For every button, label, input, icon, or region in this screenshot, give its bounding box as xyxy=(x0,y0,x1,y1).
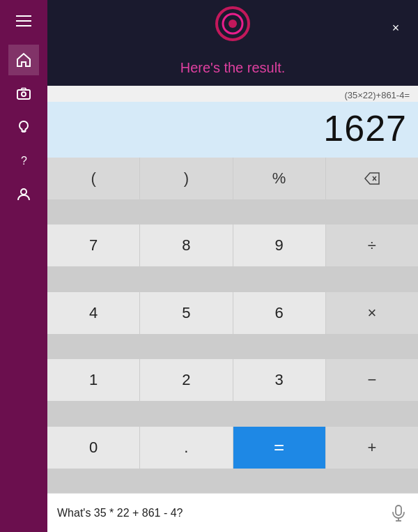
svg-point-4 xyxy=(21,189,26,195)
btn-5[interactable]: 5 xyxy=(140,292,232,334)
btn-backspace[interactable] xyxy=(326,158,418,199)
btn-3[interactable]: 3 xyxy=(233,359,325,401)
sidebar-item-lightbulb[interactable] xyxy=(8,112,39,142)
btn-2[interactable]: 2 xyxy=(140,359,232,401)
btn-close-paren[interactable]: ) xyxy=(140,158,232,199)
query-bar: What's 35 * 22 + 861 - 4? xyxy=(47,493,418,532)
expression-bar: (35×22)+861-4= xyxy=(47,86,418,102)
btn-plus[interactable]: + xyxy=(326,427,418,469)
btn-divide[interactable]: ÷ xyxy=(326,225,418,266)
btn-9[interactable]: 9 xyxy=(233,225,325,266)
calculator-display: 1627 xyxy=(47,102,418,158)
query-text: What's 35 * 22 + 861 - 4? xyxy=(57,507,389,519)
btn-percent[interactable]: % xyxy=(233,158,325,199)
main-panel: × Here's the result. (35×22)+861-4= 1627… xyxy=(47,0,418,532)
btn-4[interactable]: 4 xyxy=(47,292,139,334)
cortana-logo xyxy=(215,6,251,42)
calculator-buttons: ( ) % 7 8 9 ÷ 4 5 6 × xyxy=(47,158,418,493)
btn-open-paren[interactable]: ( xyxy=(47,158,139,199)
btn-decimal[interactable]: . xyxy=(140,427,232,469)
btn-8[interactable]: 8 xyxy=(140,225,232,266)
btn-multiply[interactable]: × xyxy=(326,292,418,334)
svg-point-1 xyxy=(22,92,26,96)
btn-equals[interactable]: = xyxy=(233,427,325,469)
sidebar: ? xyxy=(0,0,47,532)
svg-point-7 xyxy=(229,20,237,28)
btn-0[interactable]: 0 xyxy=(47,427,139,469)
calculator-area: (35×22)+861-4= 1627 ( ) % 7 8 9 ÷ xyxy=(47,86,418,493)
top-bar: × xyxy=(47,0,418,56)
menu-button[interactable] xyxy=(8,6,39,36)
sidebar-item-home[interactable] xyxy=(8,45,39,75)
sidebar-item-user[interactable] xyxy=(8,178,39,209)
sidebar-item-help[interactable]: ? xyxy=(8,145,39,176)
svg-rect-0 xyxy=(17,90,30,99)
btn-6[interactable]: 6 xyxy=(233,292,325,334)
svg-text:?: ? xyxy=(21,155,27,167)
btn-minus[interactable]: − xyxy=(326,359,418,401)
btn-1[interactable]: 1 xyxy=(47,359,139,401)
microphone-icon[interactable] xyxy=(389,503,408,523)
result-header: Here's the result. xyxy=(47,56,418,86)
sidebar-item-camera[interactable] xyxy=(8,78,39,109)
close-button[interactable]: × xyxy=(385,17,407,39)
svg-rect-10 xyxy=(396,506,401,515)
btn-7[interactable]: 7 xyxy=(47,225,139,266)
